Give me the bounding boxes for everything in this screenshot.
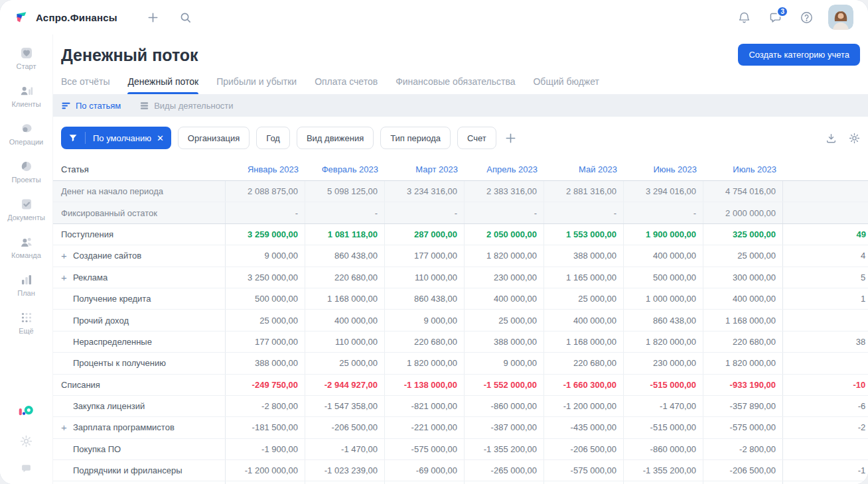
search-icon[interactable] <box>179 11 192 24</box>
add-filter-icon[interactable] <box>504 132 517 145</box>
table-row[interactable]: Фиксированный остаток------2 000 000,00- <box>53 202 868 223</box>
row-value-cell: 1 900 000,00 <box>624 224 703 245</box>
row-value-cell: -1 900,00 <box>226 439 305 459</box>
start-icon <box>19 46 34 60</box>
row-value-cell: 9 000,00 <box>385 310 465 330</box>
row-value-cell: -1 660 300,00 <box>544 375 624 395</box>
column-header-month[interactable]: Май 2023 <box>544 158 624 180</box>
tab-оплата-счетов[interactable]: Оплата счетов <box>315 72 378 94</box>
filter-chip[interactable]: Год <box>256 127 290 149</box>
sidebar-item-plan[interactable]: План <box>3 269 50 301</box>
row-value-cell: 388 000,00 <box>465 332 544 352</box>
column-header-month[interactable]: Январь 2023 <box>226 158 305 180</box>
export-download-icon[interactable] <box>826 133 837 144</box>
tab-денежный-поток[interactable]: Денежный поток <box>127 72 198 94</box>
support-chat-icon[interactable] <box>20 462 33 475</box>
table-row[interactable]: Денег на начало периода2 088 875,005 098… <box>53 181 868 202</box>
row-label-cell: Подрядчики и фрилансеры <box>53 460 226 481</box>
bell-icon[interactable] <box>737 11 751 25</box>
row-value-cell: -357 890,00 <box>703 481 783 484</box>
app-window: Аспро.Финансы 3 СтартКлиентыОперацииПрое… <box>0 0 868 484</box>
row-value-cell: -1 552 000,00 <box>465 375 544 395</box>
aspro-logo-icon[interactable] <box>17 402 35 420</box>
sidebar-item-operations[interactable]: Операции <box>3 118 50 150</box>
active-filter-chip[interactable]: По умолчанию ✕ <box>61 127 171 149</box>
table-row[interactable]: Списания-249 750,00-2 944 927,00-1 138 0… <box>53 375 868 396</box>
column-header-month[interactable]: Февраль 2023 <box>305 158 385 180</box>
avatar[interactable] <box>828 5 853 30</box>
tab-общий-бюджет[interactable]: Общий бюджет <box>533 72 599 94</box>
table-row[interactable]: Получение кредита500 000,001 168 000,008… <box>53 288 868 310</box>
table-row[interactable]: +Зарплата программистов-181 500,00-206 5… <box>53 417 868 438</box>
row-label: Фиксированный остаток <box>61 208 157 218</box>
filter-chip[interactable]: Тип периода <box>380 127 451 149</box>
messages-icon[interactable]: 3 <box>768 11 782 25</box>
expand-icon[interactable]: + <box>61 272 68 282</box>
brand[interactable]: Аспро.Финансы <box>13 9 117 25</box>
sidebar-item-documents[interactable]: Документы <box>3 194 50 225</box>
sidebar-item-clients[interactable]: Клиенты <box>3 80 50 112</box>
view-tab-by-items[interactable]: По статьям <box>61 101 121 111</box>
table-row[interactable]: +Реклама3 250 000,00220 680,00110 000,00… <box>53 267 868 288</box>
row-saldo-cell: 220 680,00 <box>783 353 868 373</box>
view-tab-activity-types[interactable]: Виды деятельности <box>139 101 233 111</box>
sidebar-nav: СтартКлиентыОперацииПроектыДокументыКома… <box>3 42 50 339</box>
page-header: Денежный поток Создать категорию учета В… <box>53 34 868 94</box>
sidebar-item-start[interactable]: Старт <box>3 42 50 74</box>
cashflow-table: Статья Январь 2023Февраль 2023Март 2023А… <box>53 158 868 484</box>
settings-icon[interactable] <box>20 435 33 448</box>
row-label-cell: Закупка лицензий <box>53 396 226 416</box>
table-row[interactable]: Проценты к получению388 000,0025 000,001… <box>53 353 868 374</box>
create-plus-icon[interactable] <box>147 11 159 24</box>
row-label: Закупка лицензий <box>73 401 145 411</box>
sidebar-item-projects[interactable]: Проекты <box>3 156 50 188</box>
row-value-cell: -181 500,00 <box>226 417 305 438</box>
row-value-cell: -1 355 200,00 <box>465 439 544 459</box>
sidebar-item-more[interactable]: Ещё <box>3 307 50 339</box>
table-row[interactable]: Закупка лицензий-2 800,00-1 547 358,00-8… <box>53 396 868 417</box>
column-header-month[interactable]: Июль 2023 <box>703 158 783 180</box>
row-value-cell: 1 000 000,00 <box>624 288 703 309</box>
table-row[interactable]: +Зарплата программистов-2 800,00-1 547 3… <box>53 481 868 484</box>
table-row[interactable]: Поступления3 259 000,001 081 118,00287 0… <box>53 224 868 245</box>
create-category-button[interactable]: Создать категорию учета <box>738 44 860 66</box>
row-value-cell: -1 023 239,00 <box>305 460 385 481</box>
filter-chip[interactable]: Вид движения <box>297 127 374 149</box>
table-row[interactable]: Прочий доход25 000,00400 000,009 000,002… <box>53 310 868 331</box>
expand-icon[interactable]: + <box>61 251 68 261</box>
sidebar-bottom <box>17 402 35 475</box>
column-header-month[interactable]: Июнь 2023 <box>624 158 703 180</box>
table-row[interactable]: Подрядчики и фрилансеры-1 200 000,00-1 0… <box>53 460 868 481</box>
row-value-cell: -387 000,00 <box>465 417 544 438</box>
sidebar-item-team[interactable]: Команда <box>3 231 50 263</box>
row-value-cell: 3 294 016,00 <box>624 181 703 202</box>
row-label-cell: +Создание сайтов <box>53 245 226 266</box>
expand-icon[interactable]: + <box>61 422 68 432</box>
tab-финансовые-обязательства[interactable]: Финансовые обязательства <box>396 72 515 94</box>
sidebar-item-label: Операции <box>9 138 43 146</box>
sidebar-item-label: Клиенты <box>11 100 40 108</box>
column-header-month[interactable]: Март 2023 <box>385 158 465 180</box>
row-value-cell: -1 200 000,00 <box>226 460 305 481</box>
row-label: Реклама <box>73 272 108 282</box>
row-value-cell: 500 000,00 <box>624 267 703 288</box>
table-row[interactable]: +Создание сайтов9 000,00860 438,00177 00… <box>53 245 868 267</box>
filter-close-icon[interactable]: ✕ <box>157 133 171 143</box>
tab-все-отчёты[interactable]: Все отчёты <box>61 72 109 94</box>
table-settings-icon[interactable] <box>849 133 860 144</box>
filter-chip[interactable]: Организация <box>178 127 250 149</box>
table-row[interactable]: Покупка ПО-1 900,00-1 470,00-575 000,00-… <box>53 439 868 460</box>
tab-прибыли-и-убытки[interactable]: Прибыли и убытки <box>216 72 297 94</box>
column-header-saldo: Сальдо <box>783 158 868 180</box>
filter-chip[interactable]: Счет <box>457 127 496 149</box>
messages-badge: 3 <box>776 6 788 17</box>
view-switcher: По статьямВиды деятельности <box>53 94 868 117</box>
column-header-month[interactable]: Апрель 2023 <box>465 158 544 180</box>
help-icon[interactable] <box>800 11 814 25</box>
row-label-cell: Фиксированный остаток <box>53 202 226 223</box>
projects-icon <box>19 159 34 174</box>
row-value-cell: 400 000,00 <box>703 288 783 309</box>
row-value-cell: -2 800,00 <box>226 396 305 416</box>
table-row[interactable]: Нераспределенные177 000,00110 000,00220 … <box>53 332 868 353</box>
row-value-cell: -821 000,00 <box>385 481 465 484</box>
